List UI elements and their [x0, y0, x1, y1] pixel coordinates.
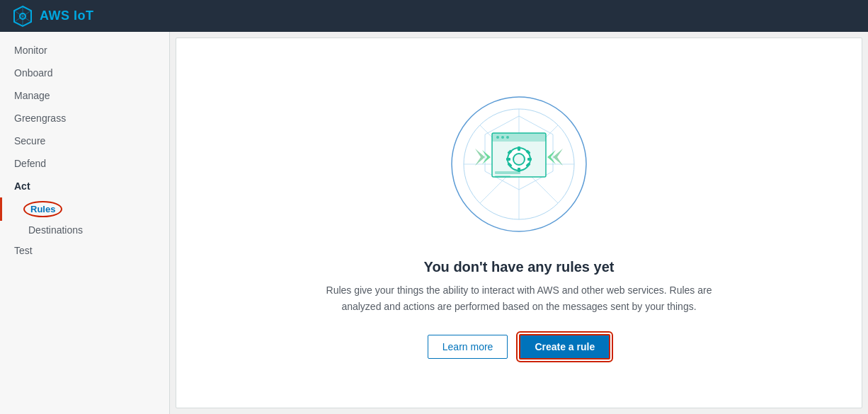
top-header: AWS IoT: [0, 0, 868, 32]
content-area: You don't have any rules yet Rules give …: [176, 38, 862, 408]
svg-rect-32: [495, 176, 510, 178]
sidebar-item-rules[interactable]: Rules: [0, 197, 169, 221]
svg-rect-23: [518, 146, 520, 151]
sidebar-item-manage[interactable]: Manage: [0, 84, 169, 107]
button-group: Learn more Create a rule: [428, 334, 610, 360]
svg-rect-17: [492, 133, 546, 142]
sidebar-item-destinations[interactable]: Destinations: [0, 221, 169, 239]
empty-state-description: Rules give your things the ability to in…: [307, 282, 731, 314]
svg-point-22: [513, 154, 525, 165]
aws-iot-logo-icon: [11, 5, 34, 28]
svg-rect-25: [506, 158, 510, 161]
svg-rect-26: [527, 158, 532, 161]
sidebar-item-secure[interactable]: Secure: [0, 130, 169, 152]
svg-rect-31: [495, 171, 520, 174]
sidebar-item-greengrass[interactable]: Greengrass: [0, 107, 169, 130]
sidebar-section-act: Act: [0, 175, 169, 197]
empty-state-illustration: [441, 86, 597, 242]
rules-circle-label: Rules: [23, 201, 62, 217]
sidebar-item-monitor[interactable]: Monitor: [0, 39, 169, 62]
aws-logo-text: AWS IoT: [40, 8, 94, 23]
sidebar-item-onboard[interactable]: Onboard: [0, 62, 169, 84]
svg-point-18: [496, 136, 499, 139]
main-layout: Monitor Onboard Manage Greengrass Secure…: [0, 32, 868, 414]
sidebar-item-test[interactable]: Test: [0, 239, 169, 262]
empty-state: You don't have any rules yet Rules give …: [307, 86, 731, 360]
sidebar: Monitor Onboard Manage Greengrass Secure…: [0, 32, 170, 414]
empty-state-title: You don't have any rules yet: [424, 259, 615, 275]
svg-point-20: [506, 136, 509, 139]
learn-more-button[interactable]: Learn more: [428, 335, 508, 359]
aws-logo: AWS IoT: [11, 5, 94, 28]
sidebar-item-defend[interactable]: Defend: [0, 152, 169, 175]
svg-point-19: [501, 136, 504, 139]
create-rule-button[interactable]: Create a rule: [519, 334, 610, 360]
